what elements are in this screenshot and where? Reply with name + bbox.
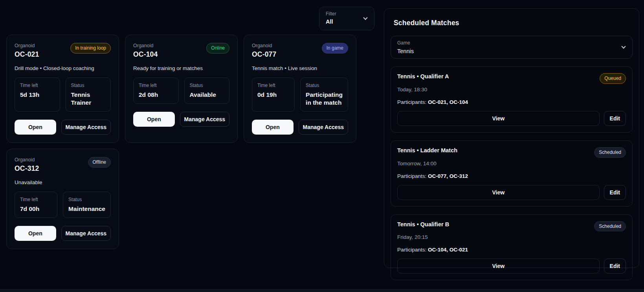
time-left-value: 0d 19h <box>257 91 289 99</box>
bottom-divider <box>0 289 644 292</box>
status-badge: In game <box>322 43 348 54</box>
status-value: Tennis Trainer <box>71 91 106 107</box>
match-card-ladder-match: Tennis • Ladder Match Scheduled Tomorrow… <box>391 140 633 207</box>
organoid-description: Tennis match • Live session <box>252 65 348 71</box>
participants-label: Participants: <box>397 173 428 179</box>
time-left-value: 7d 00h <box>20 205 52 213</box>
manage-access-button[interactable]: Manage Access <box>180 112 229 127</box>
game-dropdown[interactable]: Game Tennis <box>391 36 633 59</box>
match-time: Tomorrow, 14:00 <box>397 161 626 166</box>
participants-value: OC-021, OC-104 <box>428 99 468 105</box>
match-time: Today, 18:30 <box>397 87 626 92</box>
match-card-qualifier-b: Tennis • Qualifier B Scheduled Friday, 2… <box>391 214 633 281</box>
time-left-label: Time left <box>139 83 173 88</box>
match-participants: Participants: OC-104, OC-021 <box>397 247 626 253</box>
status-value: Participating in the match <box>306 91 343 107</box>
match-card-qualifier-a: Tennis • Qualifier A Queued Today, 18:30… <box>391 67 633 133</box>
organoid-label: Organoid <box>15 157 39 163</box>
edit-button[interactable]: Edit <box>604 111 626 126</box>
status-label: Status <box>306 83 343 88</box>
status-badge: In training loop <box>70 43 111 54</box>
organoid-card-oc-021: Organoid OC-021 In training loop Drill m… <box>6 35 119 143</box>
status-label: Status <box>68 197 105 202</box>
match-status-badge: Scheduled <box>594 147 626 158</box>
status-badge: Offline <box>88 157 111 168</box>
organoid-name: OC-077 <box>252 50 276 59</box>
organoid-name: OC-104 <box>133 50 158 59</box>
status-stat: Status Maintenance <box>63 192 111 218</box>
filter-value: All <box>326 18 368 25</box>
match-time: Friday, 20:15 <box>397 234 626 240</box>
open-button[interactable]: Open <box>15 120 56 135</box>
time-left-value: 2d 08h <box>139 91 173 99</box>
status-stat: Status Participating in the match <box>300 78 348 112</box>
status-stat: Status Tennis Trainer <box>66 78 111 112</box>
organoid-label: Organoid <box>133 43 158 48</box>
edit-button[interactable]: Edit <box>604 259 626 274</box>
edit-button[interactable]: Edit <box>604 185 626 200</box>
match-participants: Participants: OC-077, OC-312 <box>397 173 626 179</box>
panel-title: Scheduled Matches <box>394 19 633 27</box>
organoid-description: Unavailable <box>15 179 111 185</box>
organoid-grid: Organoid OC-021 In training loop Drill m… <box>6 35 356 249</box>
match-title: Tennis • Ladder Match <box>397 147 457 153</box>
participants-label: Participants: <box>397 99 428 105</box>
organoid-description: Drill mode • Closed-loop coaching <box>15 65 111 71</box>
match-title: Tennis • Qualifier A <box>397 73 449 79</box>
time-left-stat: Time left 0d 19h <box>252 78 295 112</box>
open-button[interactable]: Open <box>133 112 175 127</box>
status-label: Status <box>71 83 106 88</box>
open-button[interactable]: Open <box>15 226 56 241</box>
view-button[interactable]: View <box>397 259 600 274</box>
participants-label: Participants: <box>397 247 428 253</box>
organoid-card-oc-312: Organoid OC-312 Offline Unavailable Time… <box>6 149 119 249</box>
status-badge: Online <box>206 43 229 54</box>
time-left-stat: Time left 7d 00h <box>15 192 57 218</box>
game-label: Game <box>397 40 626 46</box>
status-value: Available <box>190 91 224 99</box>
organoid-name: OC-312 <box>15 164 39 173</box>
time-left-stat: Time left 2d 08h <box>133 78 179 104</box>
time-left-value: 5d 13h <box>20 91 55 99</box>
filter-dropdown[interactable]: Filter All <box>319 7 374 30</box>
match-title: Tennis • Qualifier B <box>397 221 449 227</box>
organoid-description: Ready for training or matches <box>133 65 229 71</box>
organoid-label: Organoid <box>15 43 39 48</box>
match-status-badge: Scheduled <box>594 221 626 232</box>
time-left-stat: Time left 5d 13h <box>15 78 60 112</box>
status-label: Status <box>190 83 224 88</box>
time-left-label: Time left <box>20 83 55 88</box>
open-button[interactable]: Open <box>252 120 294 135</box>
status-value: Maintenance <box>68 205 105 213</box>
manage-access-button[interactable]: Manage Access <box>61 120 111 135</box>
filter-label: Filter <box>326 11 368 17</box>
manage-access-button[interactable]: Manage Access <box>299 120 348 135</box>
time-left-label: Time left <box>257 83 289 88</box>
organoid-card-oc-077: Organoid OC-077 In game Tennis match • L… <box>244 35 356 143</box>
view-button[interactable]: View <box>397 185 600 200</box>
organoid-card-oc-104: Organoid OC-104 Online Ready for trainin… <box>125 35 238 143</box>
participants-value: OC-104, OC-021 <box>428 247 468 253</box>
game-value: Tennis <box>397 48 626 54</box>
view-button[interactable]: View <box>397 111 600 126</box>
organoid-name: OC-021 <box>15 50 39 59</box>
participants-value: OC-077, OC-312 <box>428 173 468 179</box>
scheduled-matches-panel: Scheduled Matches Game Tennis Tennis • Q… <box>384 8 639 268</box>
manage-access-button[interactable]: Manage Access <box>61 226 111 241</box>
match-status-badge: Queued <box>600 73 626 84</box>
time-left-label: Time left <box>20 197 52 202</box>
status-stat: Status Available <box>184 78 230 104</box>
match-participants: Participants: OC-021, OC-104 <box>397 99 626 105</box>
organoid-label: Organoid <box>252 43 276 48</box>
